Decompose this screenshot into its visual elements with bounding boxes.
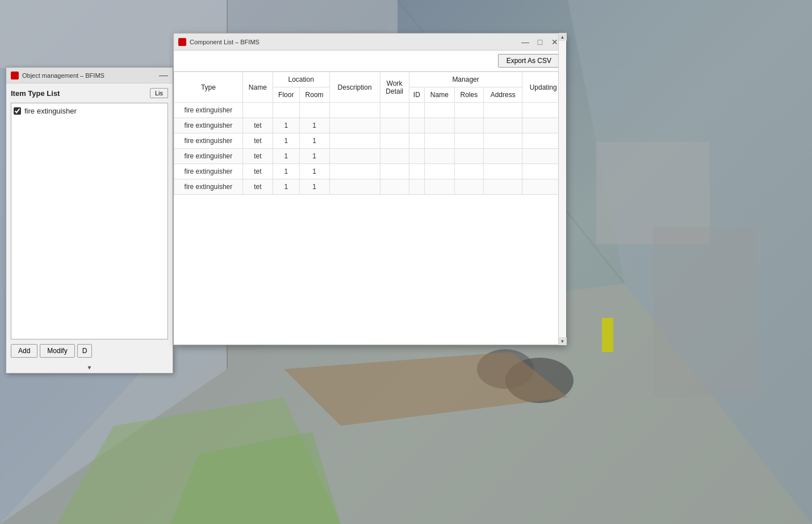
table-cell (329, 103, 380, 118)
table-cell (483, 118, 522, 133)
comp-toolbar: Export As CSV (174, 51, 564, 72)
table-cell (409, 179, 424, 195)
table-row: fire extinguishertet11 (174, 149, 564, 164)
table-cell (329, 118, 380, 133)
table-row: fire extinguishertet11 (174, 164, 564, 179)
svg-rect-10 (653, 227, 755, 397)
table-cell (409, 103, 424, 118)
table-cell (329, 179, 380, 195)
comp-table-wrapper[interactable]: Type Name Location Description Work Deta… (174, 72, 564, 345)
table-cell: 1 (299, 164, 329, 179)
table-cell: 1 (273, 149, 299, 164)
th-manager-group: Manager (409, 72, 522, 87)
delete-button[interactable]: D (77, 344, 93, 358)
table-cell: fire extinguisher (174, 164, 243, 179)
table-cell (483, 103, 522, 118)
table-header-row-1: Type Name Location Description Work Deta… (174, 72, 564, 87)
table-cell (380, 149, 409, 164)
table-cell: tet (242, 179, 273, 195)
table-cell (409, 133, 424, 149)
table-cell: tet (242, 164, 273, 179)
table-cell (424, 133, 454, 149)
table-cell: fire extinguisher (174, 103, 243, 118)
table-row: fire extinguishertet11 (174, 118, 564, 133)
table-cell (483, 164, 522, 179)
table-cell: 1 (299, 118, 329, 133)
comp-title: Component List – BFIMS (178, 38, 259, 46)
table-cell (483, 179, 522, 195)
scrollbar-track (559, 41, 566, 337)
export-csv-button[interactable]: Export As CSV (498, 54, 560, 68)
th-location-group: Location (273, 72, 329, 87)
comp-window-controls: — □ ✕ (520, 38, 560, 46)
comp-title-icon (178, 38, 186, 46)
th-description: Description (329, 72, 380, 103)
th-manager-name: Name (424, 87, 454, 103)
table-cell (424, 103, 454, 118)
table-row: fire extinguishertet11 (174, 133, 564, 149)
table-cell (329, 164, 380, 179)
table-cell (242, 103, 273, 118)
table-cell (454, 118, 483, 133)
obj-action-buttons: Add Modify D (11, 344, 168, 358)
table-cell: 1 (273, 118, 299, 133)
table-row: fire extinguishertet11 (174, 179, 564, 195)
add-button[interactable]: Add (11, 344, 37, 358)
table-cell: fire extinguisher (174, 118, 243, 133)
th-name: Name (242, 72, 273, 103)
comp-titlebar: Component List – BFIMS — □ ✕ (174, 33, 564, 51)
svg-rect-11 (602, 318, 613, 352)
table-cell: fire extinguisher (174, 149, 243, 164)
item-type-label: Item Type List (11, 89, 60, 98)
table-cell (454, 149, 483, 164)
item-text: fire extinguisher (24, 107, 77, 115)
table-cell (299, 103, 329, 118)
table-cell (454, 179, 483, 195)
modify-button[interactable]: Modify (40, 344, 74, 358)
comp-minimize-btn[interactable]: — (520, 38, 530, 46)
obj-title-text: Object management – BFIMS (22, 72, 104, 79)
table-cell (454, 133, 483, 149)
th-manager-roles: Roles (454, 87, 483, 103)
obj-titlebar: Object management – BFIMS — (6, 68, 173, 83)
table-cell: 1 (273, 133, 299, 149)
object-management-window: Object management – BFIMS — Item Type Li… (6, 67, 173, 374)
item-list: fire extinguisher (11, 103, 168, 339)
table-cell: 1 (299, 133, 329, 149)
obj-title: Object management – BFIMS (11, 72, 104, 79)
obj-title-icon (11, 72, 19, 79)
th-manager-id: ID (409, 87, 424, 103)
table-cell: 1 (299, 149, 329, 164)
list-item: fire extinguisher (14, 106, 165, 116)
th-work-detail: Work Detail (380, 72, 409, 103)
table-cell (424, 164, 454, 179)
table-cell (424, 179, 454, 195)
comp-title-text: Component List – BFIMS (190, 39, 259, 45)
scrollbar-up-arrow[interactable]: ▲ (559, 33, 567, 41)
table-cell (329, 133, 380, 149)
table-cell: fire extinguisher (174, 133, 243, 149)
table-cell (380, 118, 409, 133)
table-cell: 1 (273, 179, 299, 195)
th-floor: Floor (273, 87, 299, 103)
component-list-window: Component List – BFIMS — □ ✕ Export As C… (173, 33, 565, 345)
th-manager-address: Address (483, 87, 522, 103)
comp-maximize-btn[interactable]: □ (535, 38, 545, 46)
table-cell (454, 164, 483, 179)
obj-minimize-btn[interactable]: — (159, 71, 168, 80)
comp-body: Type Name Location Description Work Deta… (174, 72, 564, 345)
table-cell (424, 118, 454, 133)
table-row: fire extinguisher (174, 103, 564, 118)
table-cell: tet (242, 133, 273, 149)
scrollbar-down-arrow[interactable]: ▼ (559, 337, 567, 345)
list-button[interactable]: Lis (150, 88, 168, 98)
table-cell: 1 (273, 164, 299, 179)
table-cell (409, 149, 424, 164)
th-room: Room (299, 87, 329, 103)
item-checkbox[interactable] (14, 107, 21, 115)
table-cell (329, 149, 380, 164)
comp-scrollbar[interactable]: ▲ ▼ (558, 33, 566, 345)
table-cell (454, 103, 483, 118)
table-cell (380, 133, 409, 149)
table-cell (380, 179, 409, 195)
